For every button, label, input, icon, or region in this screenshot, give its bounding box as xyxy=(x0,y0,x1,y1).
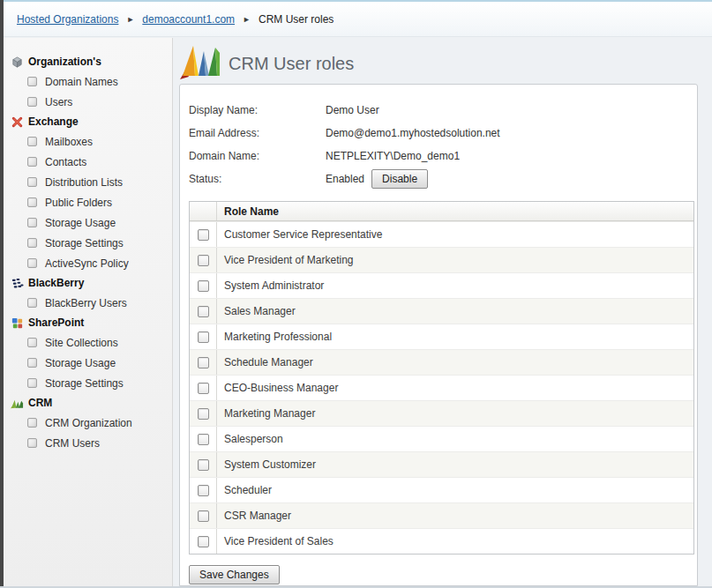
sidebar-item-mailboxes[interactable]: Mailboxes xyxy=(4,131,172,152)
role-name-label: Vice President of Marketing xyxy=(217,248,354,272)
field-label: Display Name: xyxy=(189,104,326,116)
table-row: Customer Service Representative xyxy=(190,221,693,247)
table-row: CEO-Business Manager xyxy=(190,375,693,400)
checkbox-cell xyxy=(190,452,217,477)
sidebar-item-crm-users[interactable]: CRM Users xyxy=(4,433,172,453)
table-row: Schedule Manager xyxy=(190,349,693,375)
crm-icon xyxy=(11,397,24,410)
bullet-icon xyxy=(27,238,37,248)
checkbox-cell xyxy=(190,478,217,502)
roles-table-body: Customer Service RepresentativeVice Pres… xyxy=(190,221,693,554)
breadcrumb-item-demoaccount1-com[interactable]: demoaccount1.com xyxy=(142,13,235,26)
sidebar-item-label: Public Folders xyxy=(45,197,112,209)
field-row-domain-name: Domain Name:NETPLEXITY\Demo_demo1 xyxy=(189,145,694,167)
sidebar-item-users[interactable]: Users xyxy=(4,92,172,112)
role-checkbox[interactable] xyxy=(198,485,209,496)
sidebar-item-storage-settings[interactable]: Storage Settings xyxy=(4,373,172,393)
role-checkbox[interactable] xyxy=(198,229,209,241)
sharepoint-icon xyxy=(11,316,24,330)
checkbox-cell xyxy=(190,248,217,272)
disable-button[interactable]: Disable xyxy=(371,169,428,189)
table-row: System Administrator xyxy=(190,272,693,298)
checkbox-cell xyxy=(190,222,217,247)
checkbox-cell xyxy=(190,350,217,375)
table-row: Marketing Professional xyxy=(190,324,693,349)
sidebar-item-label: Storage Usage xyxy=(45,217,116,229)
sidebar-section-label: CRM xyxy=(28,397,52,409)
role-checkbox[interactable] xyxy=(198,459,209,471)
table-row: Marketing Manager xyxy=(190,400,693,426)
role-name-label: System Customizer xyxy=(217,452,316,477)
role-checkbox[interactable] xyxy=(198,408,209,420)
field-row-email-address: Email Address:Demo@demo1.myhostedsolutio… xyxy=(189,122,694,145)
bullet-icon xyxy=(27,338,37,347)
checkbox-cell xyxy=(190,299,217,324)
role-name-label: System Administrator xyxy=(217,273,324,298)
role-checkbox[interactable] xyxy=(198,280,209,292)
field-value: Demo@demo1.myhostedsolution.net xyxy=(326,127,500,139)
checkbox-cell xyxy=(190,401,217,426)
sidebar-item-site-collections[interactable]: Site Collections xyxy=(4,332,172,353)
role-checkbox[interactable] xyxy=(198,383,209,394)
bullet-icon xyxy=(27,358,37,368)
role-checkbox[interactable] xyxy=(198,357,209,368)
table-row: Vice President of Marketing xyxy=(190,247,693,272)
role-checkbox[interactable] xyxy=(198,434,209,445)
sidebar-item-domain-names[interactable]: Domain Names xyxy=(4,71,172,92)
role-name-label: CSR Manager xyxy=(217,503,291,528)
save-row: Save Changes xyxy=(189,565,694,584)
save-changes-button[interactable]: Save Changes xyxy=(189,565,280,584)
sidebar: Organization'sDomain NamesUsersExchangeM… xyxy=(4,38,173,586)
sidebar-item-public-folders[interactable]: Public Folders xyxy=(4,192,172,212)
sidebar-section-label: Organization's xyxy=(28,56,101,68)
field-value: Demo User xyxy=(326,104,379,116)
role-checkbox[interactable] xyxy=(198,510,209,522)
bullet-icon xyxy=(27,157,37,167)
checkbox-cell xyxy=(190,324,217,349)
role-checkbox[interactable] xyxy=(198,306,209,317)
field-label: Domain Name: xyxy=(189,150,326,162)
sidebar-section-label: Exchange xyxy=(28,115,79,128)
window-edge-left xyxy=(0,0,4,588)
field-label: Status: xyxy=(189,173,326,185)
organization-icon xyxy=(11,56,24,69)
role-name-label: Scheduler xyxy=(217,478,272,502)
sidebar-item-contacts[interactable]: Contacts xyxy=(4,152,172,172)
sidebar-item-label: Site Collections xyxy=(45,337,118,349)
dynamics-crm-logo-icon xyxy=(180,43,221,84)
user-details: Display Name:Demo UserEmail Address:Demo… xyxy=(189,99,694,190)
sidebar-item-label: Storage Usage xyxy=(45,357,116,369)
sidebar-section-label: BlackBerry xyxy=(28,277,84,289)
bullet-icon xyxy=(27,258,37,268)
checkbox-cell xyxy=(190,273,217,298)
breadcrumb-item-hosted-organizations[interactable]: Hosted Organizations xyxy=(17,13,118,26)
role-checkbox[interactable] xyxy=(198,255,209,266)
sidebar-item-storage-usage[interactable]: Storage Usage xyxy=(4,353,172,373)
breadcrumb-separator-icon: ► xyxy=(126,15,134,24)
sidebar-item-label: CRM Users xyxy=(45,437,100,450)
table-row: System Customizer xyxy=(190,451,693,477)
checkbox-cell xyxy=(190,529,217,554)
sidebar-item-blackberry-users[interactable]: BlackBerry Users xyxy=(4,293,172,313)
sidebar-item-crm-organization[interactable]: CRM Organization xyxy=(4,413,172,433)
window-top-accent xyxy=(0,0,712,2)
field-value: NETPLEXITY\Demo_demo1 xyxy=(326,150,460,162)
sidebar-item-label: Storage Settings xyxy=(45,237,124,249)
sidebar-section-blackberry: BlackBerry xyxy=(4,273,172,293)
role-name-column-header: Role Name xyxy=(217,202,279,220)
sidebar-item-storage-settings[interactable]: Storage Settings xyxy=(4,233,172,253)
role-name-label: Marketing Manager xyxy=(217,401,315,426)
sidebar-item-storage-usage[interactable]: Storage Usage xyxy=(4,212,172,233)
role-name-label: Salesperson xyxy=(217,427,283,451)
checkbox-cell xyxy=(190,427,217,451)
sidebar-item-activesync-policy[interactable]: ActiveSync Policy xyxy=(4,253,172,273)
content-area: Organization'sDomain NamesUsersExchangeM… xyxy=(4,38,712,586)
page-header: CRM User roles xyxy=(179,43,698,84)
sidebar-section-exchange: Exchange xyxy=(4,112,172,131)
sidebar-item-label: Storage Settings xyxy=(45,377,124,390)
role-checkbox[interactable] xyxy=(198,331,209,343)
details-panel: Display Name:Demo UserEmail Address:Demo… xyxy=(179,84,698,586)
role-checkbox[interactable] xyxy=(198,536,209,547)
breadcrumb: Hosted Organizations►demoaccount1.com►CR… xyxy=(4,2,712,37)
sidebar-item-distribution-lists[interactable]: Distribution Lists xyxy=(4,172,172,192)
